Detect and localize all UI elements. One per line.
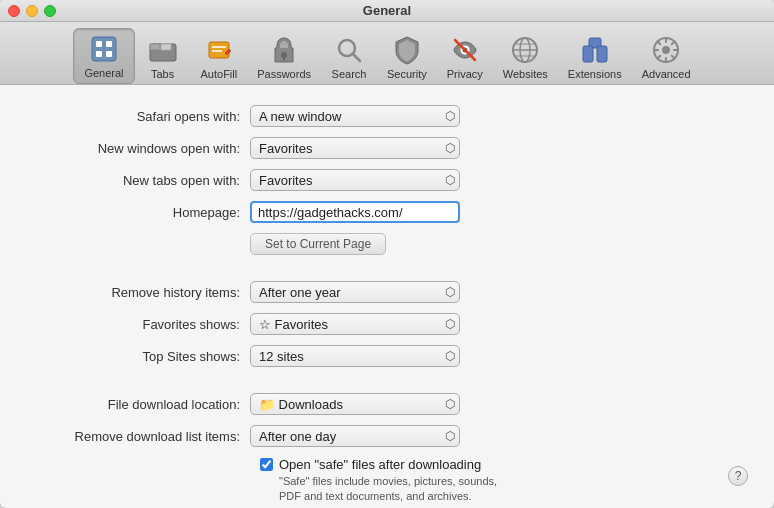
passwords-icon (268, 34, 300, 66)
homepage-control (250, 201, 460, 223)
close-button[interactable] (8, 5, 20, 17)
favorites-shows-select-wrapper: ☆ Favorites Bookmarks Menu ⬡ (250, 313, 460, 335)
toolbar-label-security: Security (387, 68, 427, 80)
set-current-page-control: Set to Current Page (250, 233, 386, 255)
file-download-row: File download location: 📁 Downloads Desk… (30, 393, 744, 415)
set-current-page-button[interactable]: Set to Current Page (250, 233, 386, 255)
open-safe-files-text-block: Open "safe" files after downloading "Saf… (279, 457, 509, 505)
homepage-label: Homepage: (30, 205, 250, 220)
toolbar-label-search: Search (332, 68, 367, 80)
svg-rect-0 (92, 37, 116, 61)
toolbar-item-general[interactable]: General (73, 28, 134, 84)
svg-rect-1 (96, 41, 102, 47)
minimize-button[interactable] (26, 5, 38, 17)
toolbar: General Tabs (0, 22, 774, 85)
toolbar-label-passwords: Passwords (257, 68, 311, 80)
file-download-select[interactable]: 📁 Downloads Desktop Ask for each downloa… (250, 393, 460, 415)
toolbar-item-security[interactable]: Security (377, 30, 437, 84)
svg-rect-23 (583, 46, 593, 62)
svg-rect-4 (106, 51, 112, 57)
open-safe-files-row: Open "safe" files after downloading "Saf… (260, 457, 744, 505)
remove-history-select-wrapper: After one day After one week After two w… (250, 281, 460, 303)
toolbar-item-passwords[interactable]: Passwords (247, 30, 321, 84)
favorites-shows-select[interactable]: ☆ Favorites Bookmarks Menu (250, 313, 460, 335)
traffic-lights (8, 5, 56, 17)
toolbar-label-extensions: Extensions (568, 68, 622, 80)
toolbar-item-websites[interactable]: Websites (493, 30, 558, 84)
toolbar-item-tabs[interactable]: Tabs (135, 30, 191, 84)
favorites-shows-row: Favorites shows: ☆ Favorites Bookmarks M… (30, 313, 744, 335)
separator-2 (30, 377, 744, 393)
toolbar-label-general: General (84, 67, 123, 79)
file-download-label: File download location: (30, 397, 250, 412)
toolbar-item-autofill[interactable]: AutoFill (191, 30, 248, 84)
homepage-row: Homepage: (30, 201, 744, 223)
help-button[interactable]: ? (728, 466, 748, 486)
new-tabs-label: New tabs open with: (30, 173, 250, 188)
homepage-input[interactable] (250, 201, 460, 223)
toolbar-label-tabs: Tabs (151, 68, 174, 80)
new-windows-select-wrapper: Favorites Homepage Empty Page ⬡ (250, 137, 460, 159)
svg-rect-8 (209, 42, 229, 58)
window-title: General (363, 3, 411, 18)
toolbar-label-advanced: Advanced (642, 68, 691, 80)
search-icon (333, 34, 365, 66)
open-safe-files-label: Open "safe" files after downloading (279, 457, 509, 472)
svg-rect-7 (161, 44, 171, 50)
svg-rect-3 (96, 51, 102, 57)
toolbar-label-autofill: AutoFill (201, 68, 238, 80)
safari-opens-select[interactable]: A new window A new private window A tab … (250, 105, 460, 127)
toolbar-items: General Tabs (63, 22, 710, 84)
safari-opens-select-wrapper: A new window A new private window A tab … (250, 105, 460, 127)
toolbar-item-search[interactable]: Search (321, 30, 377, 84)
toolbar-item-extensions[interactable]: Extensions (558, 30, 632, 84)
new-tabs-select[interactable]: Favorites Homepage Empty Page (250, 169, 460, 191)
svg-point-26 (662, 46, 670, 54)
remove-download-select-wrapper: Manually When Safari quits Upon successf… (250, 425, 460, 447)
open-safe-files-sublabel: "Safe" files include movies, pictures, s… (279, 474, 509, 505)
new-tabs-control: Favorites Homepage Empty Page ⬡ (250, 169, 460, 191)
file-download-control: 📁 Downloads Desktop Ask for each downloa… (250, 393, 460, 415)
remove-history-label: Remove history items: (30, 285, 250, 300)
top-sites-select-wrapper: 6 sites 12 sites 24 sites ⬡ (250, 345, 460, 367)
new-windows-row: New windows open with: Favorites Homepag… (30, 137, 744, 159)
remove-history-row: Remove history items: After one day Afte… (30, 281, 744, 303)
toolbar-item-privacy[interactable]: Privacy (437, 30, 493, 84)
set-current-page-row: Set to Current Page (30, 233, 744, 255)
top-sites-label: Top Sites shows: (30, 349, 250, 364)
top-sites-row: Top Sites shows: 6 sites 12 sites 24 sit… (30, 345, 744, 367)
advanced-icon (650, 34, 682, 66)
svg-rect-6 (150, 44, 160, 50)
autofill-icon (203, 34, 235, 66)
svg-rect-24 (597, 46, 607, 62)
new-tabs-row: New tabs open with: Favorites Homepage E… (30, 169, 744, 191)
remove-download-select[interactable]: Manually When Safari quits Upon successf… (250, 425, 460, 447)
toolbar-label-privacy: Privacy (447, 68, 483, 80)
remove-download-row: Remove download list items: Manually Whe… (30, 425, 744, 447)
favorites-shows-control: ☆ Favorites Bookmarks Menu ⬡ (250, 313, 460, 335)
websites-icon (509, 34, 541, 66)
toolbar-label-websites: Websites (503, 68, 548, 80)
separator-1 (30, 265, 744, 281)
new-tabs-select-wrapper: Favorites Homepage Empty Page ⬡ (250, 169, 460, 191)
safari-preferences-window: General General (0, 0, 774, 508)
favorites-shows-label: Favorites shows: (30, 317, 250, 332)
extensions-icon (579, 34, 611, 66)
remove-download-label: Remove download list items: (30, 429, 250, 444)
svg-line-14 (353, 54, 360, 61)
privacy-icon (449, 34, 481, 66)
safari-opens-label: Safari opens with: (30, 109, 250, 124)
tabs-icon (147, 34, 179, 66)
svg-rect-2 (106, 41, 112, 47)
remove-history-select[interactable]: After one day After one week After two w… (250, 281, 460, 303)
security-icon (391, 34, 423, 66)
remove-history-control: After one day After one week After two w… (250, 281, 460, 303)
file-download-select-wrapper: 📁 Downloads Desktop Ask for each downloa… (250, 393, 460, 415)
content-area: Safari opens with: A new window A new pr… (0, 85, 774, 508)
toolbar-item-advanced[interactable]: Advanced (632, 30, 701, 84)
maximize-button[interactable] (44, 5, 56, 17)
titlebar: General (0, 0, 774, 22)
top-sites-select[interactable]: 6 sites 12 sites 24 sites (250, 345, 460, 367)
new-windows-select[interactable]: Favorites Homepage Empty Page (250, 137, 460, 159)
open-safe-files-checkbox[interactable] (260, 458, 273, 471)
